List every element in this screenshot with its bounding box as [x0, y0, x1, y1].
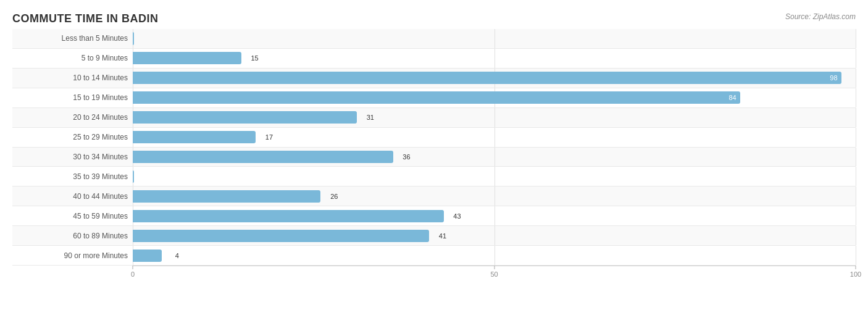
x-tick-label: 50 [490, 271, 498, 278]
x-axis: 050100 [133, 266, 856, 284]
x-tick-line [856, 266, 856, 269]
bar-value: 31 [367, 114, 374, 121]
bar-track: 41 [133, 226, 856, 245]
grid-line [856, 148, 856, 167]
x-tick-line [494, 266, 495, 269]
grid-line [495, 167, 495, 186]
bar-label: 30 to 34 Minutes [12, 153, 133, 161]
bar-label: 15 to 19 Minutes [12, 93, 133, 102]
bar-fill: 15 [133, 52, 241, 64]
bar-track: 31 [133, 108, 856, 127]
chart-container: COMMUTE TIME IN BADIN Source: ZipAtlas.c… [0, 0, 868, 323]
grid-line [856, 29, 856, 48]
grid-line [856, 128, 856, 147]
bar-value: 43 [453, 212, 461, 220]
bar-track: 26 [133, 187, 856, 206]
bar-fill: 26 [133, 190, 320, 203]
bar-track [133, 29, 856, 48]
bar-label: 45 to 59 Minutes [12, 212, 133, 220]
x-tick-label: 0 [131, 271, 135, 278]
grid-line [856, 167, 856, 186]
grid-line [495, 148, 495, 167]
bar-value: 4 [175, 252, 179, 259]
bar-row: 60 to 89 Minutes41 [12, 226, 856, 246]
bar-row: 5 to 9 Minutes15 [12, 49, 856, 69]
grid-line [495, 49, 495, 68]
bar-value: 17 [265, 133, 273, 141]
source-label: Source: ZipAtlas.com [785, 12, 856, 21]
grid-line [495, 108, 495, 127]
grid-line [856, 69, 856, 88]
grid-line [856, 49, 856, 68]
bar-row: 40 to 44 Minutes26 [12, 187, 856, 206]
bar-track: 4 [133, 246, 856, 265]
bar-label: Less than 5 Minutes [12, 34, 133, 43]
bar-fill: 43 [133, 210, 444, 222]
grid-line [495, 226, 495, 245]
bar-row: 15 to 19 Minutes84 [12, 88, 856, 108]
bar-fill: 84 [133, 91, 740, 104]
grid-line [495, 206, 495, 225]
bar-row: 90 or more Minutes4 [12, 246, 856, 266]
grid-line [495, 187, 495, 206]
grid-line [856, 88, 856, 107]
grid-line [495, 246, 495, 265]
bar-value: 41 [439, 232, 446, 240]
grid-line [856, 187, 856, 206]
grid-line [856, 226, 856, 245]
grid-line [495, 29, 495, 48]
bar-track [133, 167, 856, 186]
grid-line [856, 108, 856, 127]
bar-fill: 36 [133, 151, 393, 163]
bar-label: 90 or more Minutes [12, 251, 133, 260]
bar-row: 35 to 39 Minutes [12, 167, 856, 187]
bar-track: 43 [133, 206, 856, 225]
grid-line [495, 128, 495, 147]
x-tick-line [133, 266, 133, 269]
bar-label: 5 to 9 Minutes [12, 54, 133, 62]
bar-fill: 98 [133, 72, 841, 84]
bar-label: 60 to 89 Minutes [12, 232, 133, 240]
bar-track: 15 [133, 49, 856, 68]
bar-row: Less than 5 Minutes [12, 29, 856, 49]
bar-label: 20 to 24 Minutes [12, 113, 133, 122]
bar-value: 26 [330, 193, 338, 200]
bar-track: 84 [133, 88, 856, 107]
bar-value: 98 [830, 74, 837, 82]
x-tick-label: 100 [850, 271, 861, 278]
bar-row: 20 to 24 Minutes31 [12, 108, 856, 128]
bar-value: 15 [251, 54, 258, 62]
bar-fill: 17 [133, 131, 256, 143]
bar-row: 10 to 14 Minutes98 [12, 69, 856, 88]
bar-value: 84 [728, 94, 736, 101]
bar-fill: 31 [133, 111, 357, 124]
bar-fill: 41 [133, 230, 429, 242]
grid-line [856, 206, 856, 225]
bar-row: 25 to 29 Minutes17 [12, 128, 856, 148]
bar-value: 36 [403, 153, 410, 161]
bar-fill [133, 32, 134, 44]
bars-section: Less than 5 Minutes5 to 9 Minutes1510 to… [12, 29, 856, 266]
bar-track: 36 [133, 148, 856, 167]
chart-title: COMMUTE TIME IN BADIN [12, 12, 856, 25]
bar-fill: 4 [133, 250, 162, 262]
bar-label: 40 to 44 Minutes [12, 192, 133, 201]
grid-line [856, 246, 856, 265]
bar-track: 17 [133, 128, 856, 147]
bar-label: 25 to 29 Minutes [12, 133, 133, 141]
chart-area: Less than 5 Minutes5 to 9 Minutes1510 to… [12, 29, 856, 284]
bar-row: 30 to 34 Minutes36 [12, 148, 856, 167]
bar-row: 45 to 59 Minutes43 [12, 206, 856, 226]
bar-fill [133, 170, 134, 183]
bar-label: 10 to 14 Minutes [12, 73, 133, 82]
bar-label: 35 to 39 Minutes [12, 172, 133, 181]
bar-track: 98 [133, 69, 856, 88]
